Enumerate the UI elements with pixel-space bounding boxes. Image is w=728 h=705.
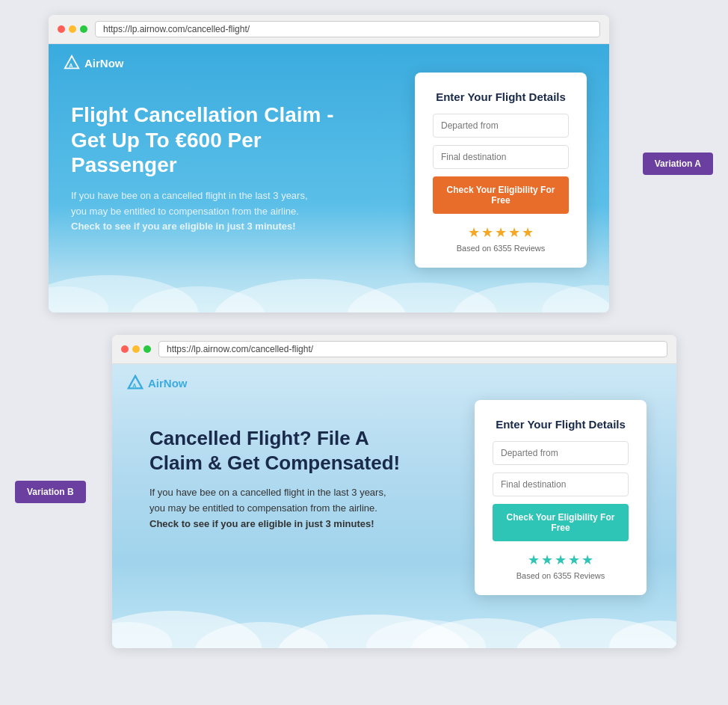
left-content-a: Flight Cancellation Claim - Get Up To €6… <box>71 65 355 235</box>
star-5-a: ★ <box>522 224 534 241</box>
navbar-a: A AirNow <box>64 55 124 71</box>
browser-toolbar-a <box>49 15 609 44</box>
svg-point-14 <box>411 618 561 648</box>
page-content-a: A AirNow Flight Cancellation Claim - Get… <box>49 44 609 313</box>
hero-title-a: Flight Cancellation Claim - Get Up To €6… <box>71 102 355 178</box>
dot-red-b <box>121 345 129 353</box>
star-1-b: ★ <box>528 552 540 568</box>
svg-point-7 <box>49 286 108 313</box>
reviews-text-b: Based on 6355 Reviews <box>493 571 629 580</box>
hero-subtitle-a: If you have bee on a cancelled flight in… <box>71 188 310 235</box>
check-eligibility-btn-a[interactable]: Check Your Eligibility For Free <box>433 176 569 214</box>
hero-title-b: Cancelled Flight? File A Claim & Get Com… <box>149 426 419 475</box>
variation-b-badge: Variation B <box>15 481 86 503</box>
svg-point-5 <box>348 283 497 313</box>
dot-yellow-b <box>132 345 140 353</box>
svg-point-3 <box>131 286 265 313</box>
airnow-logo-icon-b: A <box>127 375 144 391</box>
star-2-b: ★ <box>541 552 553 568</box>
logo-text-b: AirNow <box>148 377 188 390</box>
svg-point-8 <box>542 285 609 313</box>
url-bar-a[interactable] <box>95 21 600 37</box>
browser-toolbar-b <box>112 335 676 364</box>
dot-yellow-a <box>69 25 76 33</box>
dot-red-a <box>58 25 65 33</box>
star-3-a: ★ <box>495 224 507 241</box>
card-title-b: Enter Your Flight Details <box>493 418 629 431</box>
airnow-logo-icon-a: A <box>64 55 80 71</box>
svg-point-6 <box>452 283 609 313</box>
svg-point-18 <box>366 620 486 648</box>
svg-point-13 <box>277 615 471 648</box>
hero-title-plain-b: Cancelled Flight? <box>149 427 312 449</box>
departed-input-a[interactable] <box>433 114 569 138</box>
svg-text:A: A <box>132 382 137 389</box>
hero-subtitle-b: If you have bee on a cancelled flight in… <box>149 485 389 532</box>
check-eligibility-btn-b[interactable]: Check Your Eligibility For Free <box>493 504 629 541</box>
card-wrapper-b: Enter Your Flight Details Check Your Eli… <box>475 392 647 595</box>
url-bar-b[interactable] <box>158 341 667 357</box>
browser-dots-b <box>121 345 151 353</box>
destination-input-b[interactable] <box>493 472 629 496</box>
star-5-b: ★ <box>582 552 593 568</box>
star-3-b: ★ <box>555 552 567 568</box>
svg-text:A: A <box>69 62 73 69</box>
svg-point-12 <box>194 622 329 648</box>
logo-text-a: AirNow <box>84 57 124 70</box>
svg-point-2 <box>49 275 198 313</box>
svg-point-16 <box>112 622 172 648</box>
variation-a-badge: Variation A <box>643 153 713 175</box>
stars-a: ★ ★ ★ ★ ★ <box>433 224 569 241</box>
star-4-b: ★ <box>568 552 580 568</box>
flight-card-b: Enter Your Flight Details Check Your Eli… <box>475 400 647 595</box>
star-1-a: ★ <box>468 224 480 241</box>
card-title-a: Enter Your Flight Details <box>433 90 569 103</box>
dot-green-b <box>144 345 151 353</box>
left-content-b: Cancelled Flight? File A Claim & Get Com… <box>149 385 419 532</box>
page-content-b: A AirNow Cancelled Flight? File A Claim … <box>112 364 676 648</box>
destination-input-a[interactable] <box>433 145 569 169</box>
svg-point-15 <box>516 618 676 648</box>
departed-input-b[interactable] <box>493 441 629 465</box>
star-4-a: ★ <box>508 224 520 241</box>
flight-card-a: Enter Your Flight Details Check Your Eli… <box>415 73 587 268</box>
navbar-b: A AirNow <box>127 375 188 391</box>
star-2-a: ★ <box>481 224 493 241</box>
svg-point-17 <box>609 621 676 648</box>
svg-point-4 <box>213 279 407 313</box>
card-wrapper-a: Enter Your Flight Details Check Your Eli… <box>415 65 587 268</box>
stars-b: ★ ★ ★ ★ ★ <box>493 552 629 568</box>
svg-point-11 <box>112 611 262 648</box>
browser-dots-a <box>58 25 87 33</box>
reviews-text-a: Based on 6355 Reviews <box>433 244 569 253</box>
dot-green-a <box>80 25 87 33</box>
